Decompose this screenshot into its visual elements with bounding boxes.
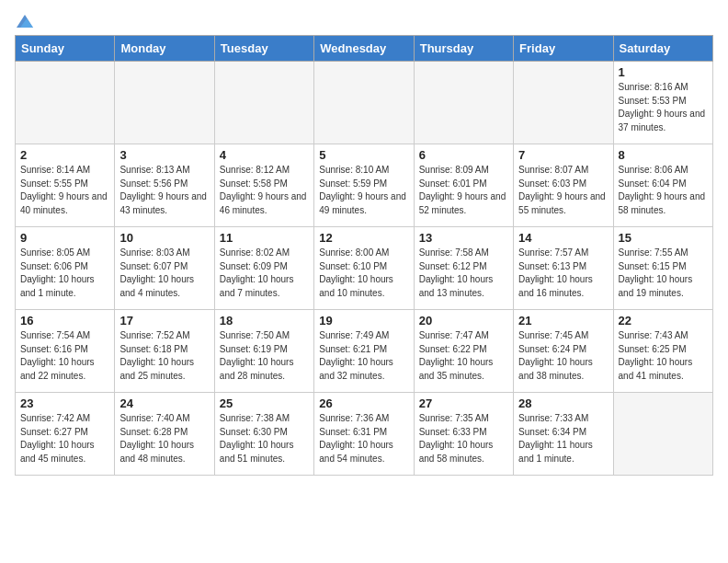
day-number: 4 (220, 148, 309, 162)
calendar-cell (314, 62, 414, 144)
calendar-cell (115, 62, 214, 144)
logo (15, 15, 33, 28)
day-info: Sunrise: 7:45 AM Sunset: 6:24 PM Dayligh… (518, 329, 608, 383)
day-info: Sunrise: 8:14 AM Sunset: 5:55 PM Dayligh… (20, 164, 109, 217)
day-info: Sunrise: 7:49 AM Sunset: 6:21 PM Dayligh… (319, 329, 408, 383)
day-number: 7 (518, 148, 608, 162)
day-info: Sunrise: 8:06 AM Sunset: 6:04 PM Dayligh… (619, 164, 708, 217)
calendar-week-row: 1Sunrise: 8:16 AM Sunset: 5:53 PM Daylig… (16, 62, 713, 144)
calendar-cell: 23Sunrise: 7:42 AM Sunset: 6:27 PM Dayli… (16, 393, 115, 476)
weekday-header-monday: Monday (115, 36, 214, 62)
day-number: 5 (319, 148, 408, 162)
calendar-cell: 18Sunrise: 7:50 AM Sunset: 6:19 PM Dayli… (214, 310, 313, 393)
calendar-cell: 20Sunrise: 7:47 AM Sunset: 6:22 PM Dayli… (414, 310, 513, 393)
day-number: 11 (220, 231, 309, 245)
day-number: 21 (518, 314, 608, 327)
day-info: Sunrise: 7:33 AM Sunset: 6:34 PM Dayligh… (518, 412, 608, 465)
day-number: 8 (619, 148, 708, 162)
calendar-cell: 14Sunrise: 7:57 AM Sunset: 6:13 PM Dayli… (514, 227, 613, 310)
calendar-cell (414, 62, 513, 144)
day-number: 16 (20, 314, 109, 327)
calendar-cell: 12Sunrise: 8:00 AM Sunset: 6:10 PM Dayli… (314, 227, 414, 310)
day-info: Sunrise: 7:54 AM Sunset: 6:16 PM Dayligh… (20, 329, 109, 383)
day-info: Sunrise: 7:57 AM Sunset: 6:13 PM Dayligh… (518, 247, 608, 300)
weekday-header-friday: Friday (514, 36, 613, 62)
day-number: 10 (119, 231, 209, 245)
calendar-cell: 25Sunrise: 7:38 AM Sunset: 6:30 PM Dayli… (214, 393, 313, 476)
day-info: Sunrise: 7:50 AM Sunset: 6:19 PM Dayligh… (220, 329, 309, 383)
day-info: Sunrise: 7:36 AM Sunset: 6:31 PM Dayligh… (319, 412, 408, 465)
calendar-cell: 27Sunrise: 7:35 AM Sunset: 6:33 PM Dayli… (414, 393, 513, 476)
calendar-cell (214, 62, 313, 144)
calendar-cell: 28Sunrise: 7:33 AM Sunset: 6:34 PM Dayli… (514, 393, 613, 476)
day-number: 12 (319, 231, 408, 245)
calendar-week-row: 9Sunrise: 8:05 AM Sunset: 6:06 PM Daylig… (16, 227, 713, 310)
day-info: Sunrise: 8:12 AM Sunset: 5:58 PM Dayligh… (220, 164, 309, 217)
calendar-cell: 5Sunrise: 8:10 AM Sunset: 5:59 PM Daylig… (314, 144, 414, 227)
day-number: 27 (419, 396, 508, 410)
day-number: 3 (119, 148, 209, 162)
weekday-header-saturday: Saturday (613, 36, 712, 62)
day-info: Sunrise: 7:47 AM Sunset: 6:22 PM Dayligh… (419, 329, 508, 383)
calendar-cell: 13Sunrise: 7:58 AM Sunset: 6:12 PM Dayli… (414, 227, 513, 310)
day-number: 15 (619, 231, 708, 245)
calendar-cell: 19Sunrise: 7:49 AM Sunset: 6:21 PM Dayli… (314, 310, 414, 393)
logo-icon (17, 15, 33, 28)
day-number: 6 (419, 148, 508, 162)
day-info: Sunrise: 8:16 AM Sunset: 5:53 PM Dayligh… (619, 81, 708, 134)
day-number: 17 (119, 314, 209, 327)
calendar-cell (514, 62, 613, 144)
day-number: 14 (518, 231, 608, 245)
calendar-cell: 9Sunrise: 8:05 AM Sunset: 6:06 PM Daylig… (16, 227, 115, 310)
calendar-cell: 4Sunrise: 8:12 AM Sunset: 5:58 PM Daylig… (214, 144, 313, 227)
day-number: 13 (419, 231, 508, 245)
calendar-cell: 26Sunrise: 7:36 AM Sunset: 6:31 PM Dayli… (314, 393, 414, 476)
calendar-cell: 11Sunrise: 8:02 AM Sunset: 6:09 PM Dayli… (214, 227, 313, 310)
day-number: 28 (518, 396, 608, 410)
calendar-cell: 8Sunrise: 8:06 AM Sunset: 6:04 PM Daylig… (613, 144, 712, 227)
day-info: Sunrise: 7:55 AM Sunset: 6:15 PM Dayligh… (619, 247, 708, 300)
day-number: 25 (220, 396, 309, 410)
day-info: Sunrise: 8:07 AM Sunset: 6:03 PM Dayligh… (518, 164, 608, 217)
day-info: Sunrise: 7:43 AM Sunset: 6:25 PM Dayligh… (619, 329, 708, 383)
day-info: Sunrise: 7:52 AM Sunset: 6:18 PM Dayligh… (119, 329, 209, 383)
weekday-header-wednesday: Wednesday (314, 36, 414, 62)
day-info: Sunrise: 7:58 AM Sunset: 6:12 PM Dayligh… (419, 247, 508, 300)
day-number: 9 (20, 231, 109, 245)
weekday-header-thursday: Thursday (414, 36, 513, 62)
calendar-cell: 15Sunrise: 7:55 AM Sunset: 6:15 PM Dayli… (613, 227, 712, 310)
day-number: 26 (319, 396, 408, 410)
day-number: 24 (119, 396, 209, 410)
day-number: 18 (220, 314, 309, 327)
calendar-table: SundayMondayTuesdayWednesdayThursdayFrid… (15, 35, 713, 476)
calendar-cell (613, 393, 712, 476)
calendar-cell: 10Sunrise: 8:03 AM Sunset: 6:07 PM Dayli… (115, 227, 214, 310)
weekday-header-tuesday: Tuesday (214, 36, 313, 62)
day-info: Sunrise: 8:05 AM Sunset: 6:06 PM Dayligh… (20, 247, 109, 300)
day-info: Sunrise: 7:38 AM Sunset: 6:30 PM Dayligh… (220, 412, 309, 465)
day-number: 19 (319, 314, 408, 327)
calendar-header-row: SundayMondayTuesdayWednesdayThursdayFrid… (16, 36, 713, 62)
day-info: Sunrise: 7:40 AM Sunset: 6:28 PM Dayligh… (119, 412, 209, 465)
calendar-week-row: 16Sunrise: 7:54 AM Sunset: 6:16 PM Dayli… (16, 310, 713, 393)
calendar-cell: 3Sunrise: 8:13 AM Sunset: 5:56 PM Daylig… (115, 144, 214, 227)
calendar-cell: 24Sunrise: 7:40 AM Sunset: 6:28 PM Dayli… (115, 393, 214, 476)
calendar-cell: 6Sunrise: 8:09 AM Sunset: 6:01 PM Daylig… (414, 144, 513, 227)
calendar-cell: 17Sunrise: 7:52 AM Sunset: 6:18 PM Dayli… (115, 310, 214, 393)
calendar-cell: 16Sunrise: 7:54 AM Sunset: 6:16 PM Dayli… (16, 310, 115, 393)
calendar-cell: 22Sunrise: 7:43 AM Sunset: 6:25 PM Dayli… (613, 310, 712, 393)
calendar-week-row: 2Sunrise: 8:14 AM Sunset: 5:55 PM Daylig… (16, 144, 713, 227)
day-number: 2 (20, 148, 109, 162)
day-info: Sunrise: 8:02 AM Sunset: 6:09 PM Dayligh… (220, 247, 309, 300)
day-number: 22 (619, 314, 708, 327)
day-info: Sunrise: 8:00 AM Sunset: 6:10 PM Dayligh… (319, 247, 408, 300)
day-info: Sunrise: 8:10 AM Sunset: 5:59 PM Dayligh… (319, 164, 408, 217)
day-info: Sunrise: 8:09 AM Sunset: 6:01 PM Dayligh… (419, 164, 508, 217)
day-info: Sunrise: 8:03 AM Sunset: 6:07 PM Dayligh… (119, 247, 209, 300)
weekday-header-sunday: Sunday (16, 36, 115, 62)
calendar-cell (16, 62, 115, 144)
day-number: 23 (20, 396, 109, 410)
day-info: Sunrise: 8:13 AM Sunset: 5:56 PM Dayligh… (119, 164, 209, 217)
calendar-cell: 1Sunrise: 8:16 AM Sunset: 5:53 PM Daylig… (613, 62, 712, 144)
header (15, 15, 713, 28)
